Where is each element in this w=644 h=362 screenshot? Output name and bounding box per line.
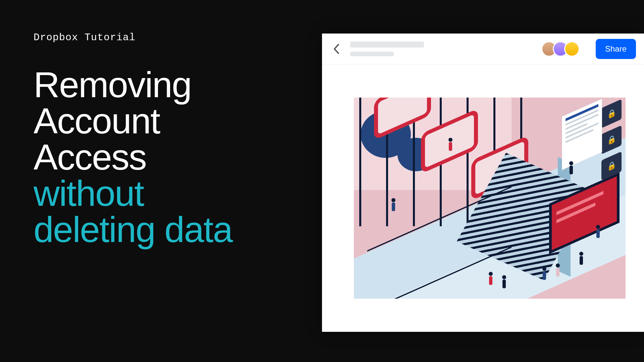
app-header: Share — [322, 34, 644, 64]
title-panel: Dropbox Tutorial Removing Account Access… — [34, 32, 295, 248]
title-skeleton — [350, 42, 424, 56]
chevron-left-icon — [332, 43, 340, 55]
share-button[interactable]: Share — [596, 39, 636, 59]
skeleton-line — [350, 52, 394, 56]
eyebrow-label: Dropbox Tutorial — [34, 32, 295, 43]
app-body — [322, 64, 644, 332]
headline: Removing Account Access without deleting… — [34, 67, 295, 248]
avatar[interactable] — [564, 41, 580, 57]
collaborator-avatars — [541, 41, 580, 57]
hero-illustration — [354, 98, 626, 299]
back-button[interactable] — [330, 43, 342, 55]
headline-line-2: Account — [34, 103, 295, 139]
headline-line-5: deleting data — [34, 212, 295, 248]
headline-line-1: Removing — [34, 67, 295, 103]
headline-line-4: without — [34, 175, 295, 212]
app-window: Share — [322, 34, 644, 332]
skeleton-line — [350, 42, 424, 48]
headline-line-3: Access — [34, 139, 295, 175]
